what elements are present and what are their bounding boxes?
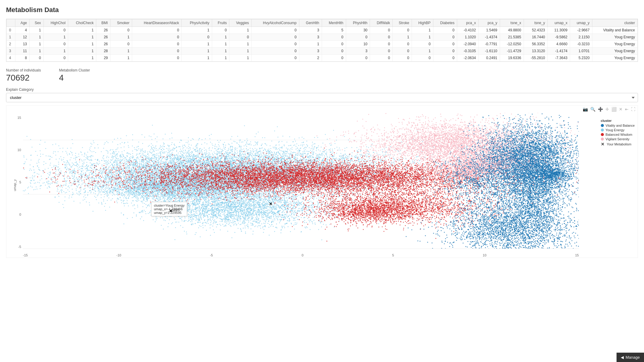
scatter-canvas[interactable] [23, 113, 579, 249]
table-cell-r1-c6: 1 [110, 34, 132, 41]
table-cell-r0-c25: Vitality and Balance [592, 27, 637, 34]
col-header-menthlth: MentHlth [322, 19, 346, 27]
table-cell-r1-c22: 16.7440 [524, 34, 547, 41]
table-cell-r4-c19: -2.0634 [457, 55, 478, 62]
col-header-pca_y: pca_y [478, 19, 500, 27]
select-box-icon[interactable]: ⬜ [611, 107, 617, 112]
table-cell-r1-c3: 1 [43, 34, 68, 41]
table-cell-r4-c22: -55.2810 [524, 55, 547, 62]
explain-select[interactable]: cluster age sex BMI [6, 93, 638, 102]
table-cell-r2-c15: 0 [370, 41, 393, 48]
table-cell-r0-c16: 0 [393, 27, 412, 34]
zoom-out-icon[interactable]: ➕ [598, 107, 603, 112]
table-cell-r1-c1: 12 [15, 34, 30, 41]
table-cell-r2-c17: 0 [412, 41, 433, 48]
col-header-umap_y: umap_y [570, 19, 592, 27]
x-tick-neg15: -15 [23, 253, 28, 257]
col-header- [7, 19, 15, 27]
table-cell-r3-c17: 1 [412, 48, 433, 55]
table-cell-r2-c11: 0 [251, 41, 299, 48]
col-header-highchol: HighChol [43, 19, 68, 27]
col-header-genhlth: GenHlth [299, 19, 322, 27]
table-row: 041012600101035300010-0.41021.546949.880… [7, 27, 638, 34]
col-header-tsne_x: tsne_x [500, 19, 524, 27]
table-cell-r1-c16: 1 [393, 34, 412, 41]
col-header-pca_x: pca_x [457, 19, 478, 27]
reset-icon[interactable]: ⇤ [625, 107, 629, 112]
table-cell-r1-c21: 21.5385 [500, 34, 524, 41]
table-cell-r3-c10: 1 [229, 48, 251, 55]
table-cell-r0-c10: 1 [229, 27, 251, 34]
table-cell-r4-c23: -7.3643 [548, 55, 570, 62]
individuals-value: 70692 [6, 73, 41, 83]
fullscreen-icon[interactable]: ⛶ [631, 107, 635, 112]
col-header-cholcheck: CholCheck [68, 19, 96, 27]
col-header-umap_x: umap_x [548, 19, 570, 27]
table-cell-r1-c9: 1 [212, 34, 229, 41]
chart-container: 📷 🔍 ➕ ✛ ⬜ ✕ ⇤ ⛶ 15 10 5 0 -5 umap_y [6, 105, 638, 258]
table-cell-r4-c24: 5.2320 [570, 55, 592, 62]
table-cell-r0-c1: 4 [15, 27, 30, 34]
cluster-stat: Metabolism Cluster 4 [59, 68, 90, 83]
legend: cluster Vitality and Balance Youg Energy… [601, 119, 635, 148]
x-tick-neg5: -5 [210, 253, 213, 257]
table-cell-r0-c6: 0 [110, 27, 132, 34]
table-cell-r2-c5: 26 [96, 41, 110, 48]
zoom-in-icon[interactable]: 🔍 [590, 107, 595, 112]
y-tick-5: 5 [19, 180, 21, 184]
legend-item-balanced: Balanced Wisdom [601, 133, 635, 136]
table-cell-r3-c25: Youg Energy [592, 48, 637, 55]
table-cell-r1-c12: 3 [299, 34, 322, 41]
explain-label: Explain Category [6, 87, 638, 92]
table-cell-r0-c19: -0.4102 [457, 27, 478, 34]
table-cell-r3-c16: 0 [393, 48, 412, 55]
table-cell-r3-c0: 3 [7, 48, 15, 55]
table-cell-r4-c18: 0 [433, 55, 457, 62]
table-cell-r4-c12: 2 [299, 55, 322, 62]
table-cell-r4-c20: 0.2491 [478, 55, 500, 62]
table-cell-r1-c11: 0 [251, 34, 299, 41]
col-header-diffwalk: DiffWalk [370, 19, 393, 27]
pan-icon[interactable]: ✛ [605, 107, 609, 112]
table-cell-r4-c4: 1 [68, 55, 96, 62]
table-cell-r2-c1: 13 [15, 41, 30, 48]
cluster-label: Metabolism Cluster [59, 68, 90, 72]
lasso-icon[interactable]: ✕ [619, 107, 623, 112]
table-cell-r4-c16: 0 [393, 55, 412, 62]
y-tick-0: 0 [19, 213, 21, 216]
table-cell-r3-c7: 0 [132, 48, 181, 55]
table-cell-r4-c5: 29 [96, 55, 110, 62]
table-cell-r2-c19: -2.0940 [457, 41, 478, 48]
table-cell-r1-c13: 0 [322, 34, 346, 41]
table-cell-r0-c23: 11.3009 [548, 27, 570, 34]
table-cell-r4-c7: 0 [132, 55, 181, 62]
x-tick-0: 0 [301, 253, 303, 257]
data-table-wrapper: AgeSexHighCholCholCheckBMISmokerHeartDis… [6, 19, 638, 62]
col-header-diabetes: Diabetes [433, 19, 457, 27]
table-cell-r0-c13: 5 [322, 27, 346, 34]
table-cell-r0-c17: 1 [412, 27, 433, 34]
y-tick-15: 15 [18, 116, 21, 119]
legend-title: cluster [601, 119, 635, 122]
camera-icon[interactable]: 📷 [583, 107, 588, 112]
table-cell-r4-c6: 1 [110, 55, 132, 62]
table-cell-r2-c22: 56.3352 [524, 41, 547, 48]
youg-dot [601, 129, 604, 132]
col-header-physhlth: PhysHlth [346, 19, 370, 27]
table-cell-r2-c2: 1 [30, 41, 43, 48]
page-title: Metabolism Data [6, 6, 638, 14]
table-cell-r3-c3: 1 [43, 48, 68, 55]
table-cell-r0-c2: 1 [30, 27, 43, 34]
table-cell-r1-c2: 1 [30, 34, 43, 41]
legend-item-vitality: Vitality and Balance [601, 124, 635, 127]
table-cell-r3-c9: 1 [212, 48, 229, 55]
table-cell-r4-c1: 8 [15, 55, 30, 62]
table-cell-r3-c4: 1 [68, 48, 96, 55]
vigilant-label: Vigilant Serenity [606, 137, 630, 141]
table-cell-r1-c10: 0 [229, 34, 251, 41]
table-cell-r3-c19: -0.3105 [457, 48, 478, 55]
table-cell-r3-c15: 0 [370, 48, 393, 55]
table-cell-r2-c23: 4.6660 [548, 41, 570, 48]
table-cell-r4-c3: 0 [43, 55, 68, 62]
table-cell-r3-c12: 3 [299, 48, 322, 55]
